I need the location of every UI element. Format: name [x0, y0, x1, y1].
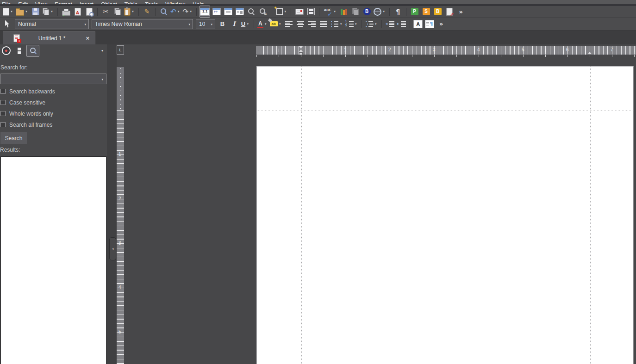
toolbar-separator	[155, 8, 156, 16]
chevron-down-icon[interactable]: ▾	[332, 10, 337, 13]
tab-close-button[interactable]: ×	[84, 35, 91, 42]
thesaurus-button[interactable]	[338, 6, 349, 18]
character-dialog-button[interactable]: A	[413, 18, 424, 30]
chevron-down-icon[interactable]: ▾	[101, 78, 103, 81]
zoom-tool-button[interactable]	[246, 6, 256, 18]
document-tab[interactable]: Untitled 1 * ×	[3, 31, 95, 44]
format-painter-button[interactable]: ✎	[142, 6, 152, 18]
insert-text-frame-button[interactable]: ▾	[274, 6, 288, 18]
format-overflow-button[interactable]: »	[436, 18, 447, 30]
paragraph-dialog-button[interactable]	[424, 18, 435, 30]
basicmaker-button[interactable]: B	[432, 6, 443, 18]
open-document-button[interactable]: ▾	[15, 6, 29, 18]
redo-icon: ↷	[183, 7, 189, 16]
basicmaker-icon: B	[434, 8, 442, 15]
chevron-down-icon[interactable]: ▾	[188, 23, 190, 26]
chevron-down-icon[interactable]: ▾	[354, 22, 358, 26]
chevron-down-icon[interactable]: ▾	[278, 22, 282, 26]
left-indent-marker[interactable]	[299, 49, 303, 52]
chevron-down-icon[interactable]: ▾	[381, 10, 386, 13]
decrease-indent-button[interactable]	[385, 18, 395, 30]
numbered-list-button[interactable]: ▾	[345, 18, 359, 30]
chevron-down-icon[interactable]: ▾	[9, 10, 14, 13]
toolbar-overflow-icon: »	[459, 8, 462, 15]
undo-button[interactable]: ↶▾	[170, 6, 181, 18]
chevron-down-icon[interactable]: ▾	[101, 49, 103, 53]
chevron-down-icon[interactable]: ▾	[24, 10, 29, 13]
chevron-down-icon[interactable]: ▾	[131, 10, 135, 13]
toolbar-overflow-button[interactable]: »	[455, 6, 466, 18]
vertical-ruler[interactable]: 12345	[117, 67, 124, 364]
proofread-button[interactable]	[444, 6, 455, 18]
italic-button[interactable]: I	[229, 18, 239, 30]
chevron-down-icon[interactable]: ▾	[339, 22, 343, 26]
navigator-panel-button[interactable]	[0, 45, 12, 57]
align-left-button[interactable]	[284, 18, 294, 30]
chevron-down-icon[interactable]: ▾	[283, 10, 287, 13]
chevron-down-icon[interactable]: ▾	[263, 22, 268, 26]
right-indent-marker[interactable]	[588, 52, 592, 54]
print-preview-button[interactable]	[84, 6, 94, 18]
chevron-down-icon[interactable]: ▾	[374, 22, 378, 26]
chevron-down-icon[interactable]: ▾	[188, 10, 193, 13]
split-window-button[interactable]	[306, 6, 316, 18]
save-button[interactable]	[30, 6, 41, 18]
font-color-button[interactable]: A▾	[257, 18, 268, 30]
web-lookup-button[interactable]: ▾	[373, 6, 387, 18]
left-margin-marker[interactable]	[299, 52, 303, 55]
reference-button[interactable]: B	[362, 6, 372, 18]
tab-stop-type-button[interactable]: L	[117, 45, 124, 55]
search-results-list[interactable]	[0, 156, 106, 364]
print-button[interactable]	[61, 6, 71, 18]
font-combo[interactable]: Times New Roman▾	[92, 19, 193, 29]
align-right-button[interactable]	[307, 18, 318, 30]
increase-indent-button[interactable]	[396, 18, 407, 30]
align-justify-button[interactable]	[318, 18, 329, 30]
presentations-button[interactable]: S	[421, 6, 431, 18]
chevron-down-icon[interactable]: ▾	[211, 23, 212, 26]
checkbox-unchecked[interactable]	[0, 89, 6, 94]
two-page-view-button[interactable]	[234, 6, 245, 18]
size-combo[interactable]: 10▾	[196, 19, 215, 29]
cut-button[interactable]: ✂	[100, 6, 111, 18]
highlight-button[interactable]: ab▾	[269, 18, 283, 30]
underline-button[interactable]: U▾	[240, 18, 251, 30]
save-versions-button[interactable]: ▾	[42, 6, 55, 18]
style-combo[interactable]: Normal▾	[15, 19, 89, 29]
bullet-list-button[interactable]: ▾	[330, 18, 344, 30]
chevron-down-icon[interactable]: ▾	[245, 22, 250, 26]
fit-page-width-button[interactable]	[211, 6, 222, 18]
zoom-original-button[interactable]: 1:1	[200, 6, 210, 18]
compare-documents-button[interactable]	[350, 6, 361, 18]
copy-button[interactable]	[112, 6, 123, 18]
horizontal-ruler[interactable]: 1234567	[256, 46, 636, 55]
spell-check-button[interactable]: ABC▾	[322, 6, 337, 18]
checkbox-unchecked[interactable]	[0, 111, 6, 116]
sidebar-collapse-handle[interactable]: ◂	[109, 237, 116, 260]
chevron-down-icon[interactable]: ▾	[50, 10, 54, 13]
zoom-percent-button[interactable]: %	[257, 6, 268, 18]
object-mode-button[interactable]	[2, 18, 13, 30]
paste-button[interactable]: ▾	[124, 6, 136, 18]
new-document-button[interactable]: ▾	[2, 6, 14, 18]
first-line-indent-marker[interactable]	[299, 46, 303, 49]
search-input[interactable]: ▾	[0, 74, 106, 84]
bold-button[interactable]: B	[217, 18, 228, 30]
thumbnails-panel-button[interactable]	[13, 45, 25, 57]
outline-list-button[interactable]: ▾	[365, 18, 379, 30]
chevron-down-icon[interactable]: ▾	[84, 23, 86, 26]
chevron-down-icon[interactable]: ▾	[176, 10, 181, 13]
checkbox-unchecked[interactable]	[0, 122, 6, 127]
search-button[interactable]: Search	[0, 132, 27, 144]
single-page-view-button[interactable]	[223, 6, 233, 18]
find-button[interactable]	[158, 6, 169, 18]
insert-comment-button[interactable]	[294, 6, 305, 18]
align-center-button[interactable]	[295, 18, 306, 30]
export-pdf-button[interactable]: A	[72, 6, 83, 18]
planmaker-button[interactable]: P	[409, 6, 420, 18]
redo-button[interactable]: ↷▾	[182, 6, 194, 18]
checkbox-unchecked[interactable]	[0, 100, 6, 105]
formatting-marks-button[interactable]: ¶	[393, 6, 403, 18]
document-page[interactable]	[256, 66, 634, 364]
search-panel-button[interactable]	[26, 45, 39, 57]
